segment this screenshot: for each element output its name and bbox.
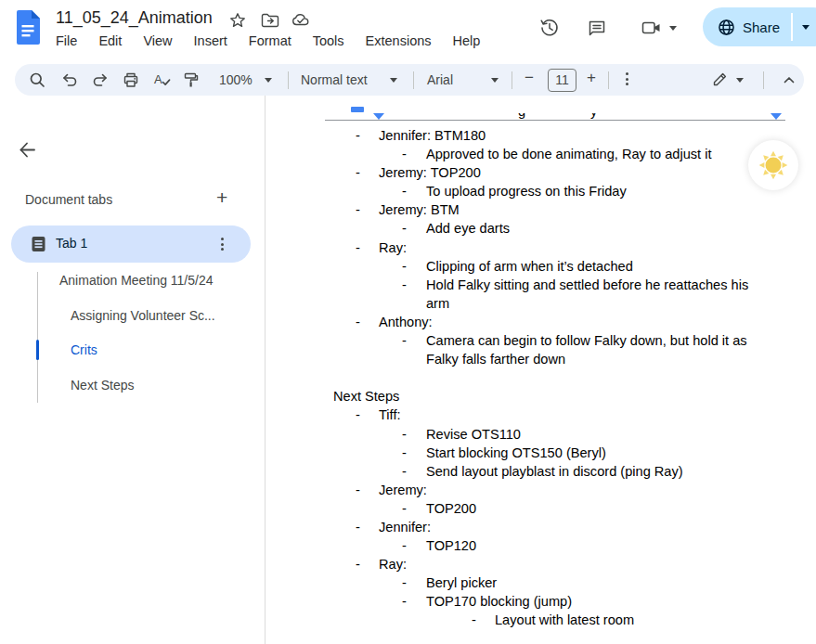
- close-panel-back-icon[interactable]: [17, 139, 38, 161]
- bullet-dash: -: [356, 200, 360, 219]
- doc-line-text: Hold Falky sitting and settled before he…: [426, 276, 748, 294]
- doc-line-text: TOP120: [426, 536, 476, 555]
- font-value[interactable]: Arial: [427, 72, 453, 87]
- doc-line-text: Add eye darts: [426, 219, 510, 238]
- doc-line[interactable]: -Add eye darts: [266, 219, 816, 238]
- outline-item[interactable]: Next Steps: [0, 367, 265, 403]
- bullet-dash: -: [402, 592, 407, 611]
- editing-mode-pencil-icon[interactable]: [711, 71, 728, 88]
- font-size-increase-button[interactable]: +: [583, 69, 600, 87]
- add-tab-button[interactable]: +: [216, 187, 227, 209]
- doc-line-text: TOP200: [426, 499, 476, 518]
- doc-line[interactable]: -Revise OTS110: [266, 425, 816, 444]
- doc-line-text: Ray:: [379, 555, 407, 573]
- meet-caret-icon[interactable]: [669, 26, 677, 31]
- doc-line[interactable]: -Ray:: [266, 555, 816, 573]
- doc-line[interactable]: -Clipping of arm when it’s detached: [266, 257, 816, 276]
- outline-item[interactable]: Animation Meeting 11/5/24: [0, 263, 265, 298]
- menu-format[interactable]: Format: [247, 33, 293, 48]
- doc-line[interactable]: -Tiff:: [266, 406, 816, 424]
- toolbar-divider: [413, 71, 414, 89]
- tab-options-icon[interactable]: [221, 238, 224, 251]
- bullet-dash: -: [402, 219, 407, 238]
- zoom-value[interactable]: 100%: [219, 72, 253, 87]
- comments-icon[interactable]: [587, 18, 607, 38]
- doc-line[interactable]: -Camera can begin to follow Falky down, …: [266, 331, 816, 350]
- font-size-field[interactable]: 11: [548, 69, 576, 92]
- share-caret-icon[interactable]: [802, 25, 810, 30]
- meet-video-icon[interactable]: [641, 18, 663, 38]
- menu-view[interactable]: View: [141, 33, 174, 48]
- right-indent-marker[interactable]: [771, 113, 782, 120]
- doc-line[interactable]: -Jennifer:: [266, 518, 816, 536]
- doc-line[interactable]: -TOP200: [266, 499, 816, 518]
- docs-logo-icon[interactable]: [17, 10, 42, 45]
- doc-line[interactable]: -TOP170 blocking (jump): [266, 592, 816, 611]
- paint-format-icon[interactable]: [183, 71, 200, 88]
- doc-line[interactable]: -Jeremy:: [266, 481, 816, 499]
- menu-edit[interactable]: Edit: [97, 33, 123, 48]
- doc-line[interactable]: -Approved to be done animating, Ray to a…: [266, 145, 816, 163]
- left-indent-marker[interactable]: [351, 107, 364, 112]
- first-line-indent-marker[interactable]: [373, 113, 384, 120]
- doc-line[interactable]: -To upload progress on this Friday: [266, 182, 816, 200]
- doc-line[interactable]: -Start blocking OTS150 (Beryl): [266, 444, 816, 462]
- more-options-icon[interactable]: [626, 72, 628, 85]
- doc-line[interactable]: -Jeremy: BTM: [266, 200, 816, 219]
- menu-bar: FileEditViewInsertFormatToolsExtensionsH…: [54, 33, 482, 48]
- paragraph-style-value[interactable]: Normal text: [301, 72, 368, 87]
- bullet-dash: -: [402, 536, 407, 555]
- doc-line[interactable]: -TOP120: [266, 536, 816, 555]
- hide-menus-chevron-icon[interactable]: [781, 71, 797, 88]
- print-icon[interactable]: [123, 71, 139, 88]
- bullet-dash: -: [356, 313, 360, 331]
- menu-help[interactable]: Help: [451, 33, 483, 48]
- bullet-dash: -: [402, 462, 407, 481]
- doc-line[interactable]: -Beryl picker: [266, 573, 816, 592]
- document-tabs-sidebar: Document tabs + Tab 1 Animation Meeting …: [0, 96, 266, 644]
- doc-line[interactable]: -Anthony:: [266, 313, 816, 331]
- version-history-icon[interactable]: [539, 18, 560, 38]
- font-size-decrease-button[interactable]: −: [521, 69, 538, 87]
- doc-line[interactable]: arm: [266, 294, 816, 313]
- editing-mode-caret-icon[interactable]: [736, 78, 744, 83]
- document-title[interactable]: 11_05_24_Animation: [56, 8, 213, 28]
- doc-line[interactable]: -Send layout playblast in discord (ping …: [266, 462, 816, 481]
- share-button[interactable]: Share: [703, 7, 816, 46]
- menu-tools[interactable]: Tools: [311, 33, 346, 48]
- doc-line[interactable]: -Jeremy: TOP200: [266, 163, 816, 182]
- doc-line[interactable]: -Hold Falky sitting and settled before h…: [266, 276, 816, 294]
- sun-avatar: [748, 140, 798, 190]
- doc-line[interactable]: -Ray:: [266, 238, 816, 257]
- spell-check-icon[interactable]: A: [153, 71, 171, 88]
- move-folder-icon[interactable]: [261, 12, 279, 29]
- cloud-status-icon[interactable]: [291, 12, 310, 27]
- tab-item[interactable]: Tab 1: [11, 225, 251, 263]
- outline-item[interactable]: Crits: [0, 332, 265, 367]
- doc-line[interactable]: Next Steps: [266, 387, 816, 406]
- star-icon[interactable]: [229, 12, 246, 29]
- doc-line[interactable]: Falky falls farther down: [266, 350, 816, 368]
- menu-extensions[interactable]: Extensions: [364, 33, 434, 48]
- doc-line[interactable]: -Jennifer: BTM180: [266, 126, 816, 145]
- redo-icon[interactable]: [92, 71, 109, 88]
- paragraph-style-caret-icon[interactable]: [390, 78, 397, 83]
- menu-insert[interactable]: Insert: [192, 33, 229, 48]
- search-icon[interactable]: [29, 71, 45, 88]
- bullet-dash: -: [356, 163, 360, 182]
- menu-file[interactable]: File: [54, 33, 79, 48]
- outline-item[interactable]: Assigning Volunteer Sc...: [0, 298, 265, 333]
- bullet-dash: -: [402, 331, 407, 350]
- doc-line-text: To upload progress on this Friday: [426, 182, 627, 200]
- bullet-dash: -: [402, 145, 407, 163]
- zoom-caret-icon[interactable]: [265, 78, 272, 83]
- doc-line[interactable]: -Layout with latest room: [266, 611, 816, 629]
- font-caret-icon[interactable]: [491, 78, 499, 83]
- toolbar-divider: [763, 71, 764, 89]
- bullet-dash: -: [356, 555, 360, 573]
- doc-line[interactable]: [266, 368, 816, 387]
- undo-icon[interactable]: [61, 71, 78, 88]
- document-canvas[interactable]: gy -Jennifer: BTM180-Approved to be done…: [266, 96, 816, 644]
- doc-line-text: Next Steps: [333, 387, 399, 406]
- doc-line-text: Jeremy: TOP200: [379, 163, 481, 182]
